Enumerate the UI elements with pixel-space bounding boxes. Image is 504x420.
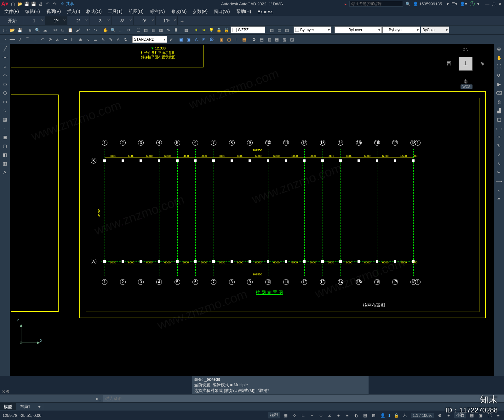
cmd-options-icon[interactable]: ⚙ [6, 389, 10, 394]
tool6-icon[interactable]: ▨ [289, 36, 295, 43]
lwt-icon[interactable]: ≡ [344, 412, 351, 418]
point-icon[interactable]: · [2, 125, 9, 132]
layerunlock-icon[interactable]: 🔓 [223, 26, 230, 33]
copy-icon[interactable]: ⎘ [495, 98, 502, 105]
tool5-icon[interactable]: ▧ [281, 36, 288, 43]
menu-item[interactable]: 帮助(H) [234, 8, 254, 15]
quickcalc-icon[interactable]: 🖩 [173, 26, 180, 33]
linetype-combo[interactable]: ——— ByLayer▾ [335, 26, 382, 33]
showmotion-icon[interactable]: ▶ [495, 81, 502, 88]
dimcont-icon[interactable]: ⊢ [62, 36, 69, 43]
xref-icon[interactable]: ⎘ [200, 36, 207, 43]
sheetset-icon[interactable]: ▦ [158, 26, 164, 33]
close-icon[interactable]: ✕ [85, 18, 88, 22]
menu-item[interactable]: 插入(I) [65, 8, 83, 15]
tool2-icon[interactable]: ▤ [258, 36, 265, 43]
rotate-icon[interactable]: ↻ [495, 142, 502, 149]
line-icon[interactable]: ╱ [2, 45, 9, 52]
close-icon[interactable]: ✕ [107, 18, 110, 22]
dimang-icon[interactable]: ∠ [54, 36, 61, 43]
image-icon[interactable]: 🖼 [208, 36, 215, 43]
stretch-icon[interactable]: ⤡ [495, 160, 502, 167]
ucs-icon[interactable]: L [233, 36, 240, 43]
ungroup-icon[interactable]: ▢ [226, 36, 232, 43]
transparency-icon[interactable]: ◐ [353, 412, 359, 418]
search-input[interactable] [349, 1, 403, 7]
tool3-icon[interactable]: ▥ [266, 36, 273, 43]
copy-icon[interactable]: ⎘ [59, 26, 66, 33]
circle-icon[interactable]: ○ [2, 63, 9, 70]
cmd-close-icon[interactable]: ✕ [2, 389, 6, 394]
leader-icon[interactable]: ↘ [84, 36, 91, 43]
doc-tab[interactable]: 开始 [1, 16, 23, 25]
group-icon[interactable]: ▣ [218, 36, 225, 43]
plot-icon[interactable]: 🖨 [38, 1, 43, 7]
layeroff-icon[interactable]: 💡 [208, 26, 215, 33]
maximize-icon[interactable]: ▢ [491, 1, 496, 6]
offset-icon[interactable]: ◫ [495, 116, 502, 123]
viewcube-wcs[interactable]: WCS [461, 84, 472, 89]
drawing-canvas[interactable]: www.znzmo.com www.znzmo.com www.znzmo.co… [10, 44, 494, 376]
dyn-icon[interactable]: + [335, 412, 342, 418]
qp-icon[interactable]: ▤ [362, 412, 368, 418]
zoomwin-icon[interactable]: ⬚ [117, 26, 124, 33]
viewcube-south[interactable]: 南 [463, 79, 468, 84]
close-icon[interactable]: ✕ [41, 18, 44, 22]
layerlock-icon[interactable]: 🔒 [215, 26, 222, 33]
layerfrz-icon[interactable]: ❄ [200, 26, 207, 33]
modelspace-toggle[interactable]: 模型 [268, 412, 280, 418]
doc-tab[interactable]: 1'*✕ [45, 16, 67, 25]
insert-icon[interactable]: ▣ [185, 36, 192, 43]
dimbase-icon[interactable]: ⊨ [69, 36, 76, 43]
dimcenter-icon[interactable]: ⊕ [77, 36, 84, 43]
layout-add-tab[interactable]: + [34, 404, 43, 410]
attdef-icon[interactable]: A [193, 36, 200, 43]
scale-display[interactable]: 1:1 / 100% [411, 413, 434, 418]
doc-tab[interactable]: 1✕ [23, 16, 45, 25]
dimarc-icon[interactable]: ⌒ [24, 36, 31, 43]
help-icon[interactable]: ? [470, 1, 475, 6]
lineweight-combo[interactable]: — ByLayer▾ [382, 26, 420, 33]
menu-item[interactable]: 文件(F) [2, 8, 21, 15]
menu-item[interactable]: 标注(N) [147, 8, 167, 15]
scale-icon[interactable]: ⤢ [495, 151, 502, 158]
sc-icon[interactable]: ⊞ [371, 412, 377, 418]
close-icon[interactable]: ✕ [497, 1, 503, 6]
mirror-icon[interactable]: ▟ [495, 107, 502, 114]
user-menu[interactable]: 👤 1505999135... ▾ [413, 2, 449, 6]
new-icon[interactable]: ▢ [1, 26, 8, 33]
explode-icon[interactable]: ✶ [495, 195, 502, 202]
array-icon[interactable]: ⋮⋮ [495, 125, 502, 132]
trim-icon[interactable]: ✂ [495, 169, 502, 176]
undo-icon[interactable]: ↶ [45, 1, 50, 7]
dimedit2-icon[interactable]: ✎ [107, 36, 114, 43]
close-icon[interactable]: ✕ [63, 18, 66, 22]
gear-icon[interactable]: ⚙ [437, 412, 443, 418]
layerprev-icon[interactable]: ▤ [284, 26, 290, 33]
redo-icon[interactable]: ↷ [52, 1, 57, 7]
publish-icon[interactable]: ☁ [42, 26, 49, 33]
dimstyle-icon[interactable]: A [115, 36, 122, 43]
menu-item[interactable]: 编辑(E) [23, 8, 43, 15]
polygon-icon[interactable]: ⬠ [2, 89, 9, 96]
minimize-icon[interactable]: — [484, 1, 490, 6]
menu-item[interactable]: 绘图(D) [126, 8, 146, 15]
open-icon[interactable]: 📂 [9, 26, 16, 33]
doc-tab[interactable]: 3✕ [89, 16, 112, 25]
tolerance-icon[interactable]: ▭ [92, 36, 99, 43]
mtext-icon[interactable]: A [2, 169, 9, 176]
menu-item[interactable]: 视图(V) [44, 8, 64, 15]
menu-item[interactable]: 修改(M) [169, 8, 189, 15]
doc-tab[interactable]: 9*✕ [134, 16, 156, 25]
doc-tab[interactable]: 8*✕ [112, 16, 134, 25]
osnap-icon[interactable]: ◇ [318, 412, 324, 418]
undo-icon[interactable]: ↶ [84, 26, 91, 33]
orbit-icon[interactable]: ⟳ [495, 72, 502, 79]
menu-item[interactable]: 参数(P) [190, 8, 210, 15]
annoscale2-icon[interactable]: 人 [402, 412, 408, 418]
layeriso-icon[interactable]: ☀ [193, 26, 200, 33]
grid-icon[interactable]: ▦ [283, 412, 289, 418]
close-icon[interactable]: ✕ [129, 18, 132, 22]
tbl-icon[interactable]: ▦ [183, 26, 190, 33]
fillet-icon[interactable]: ◟ [495, 187, 502, 193]
